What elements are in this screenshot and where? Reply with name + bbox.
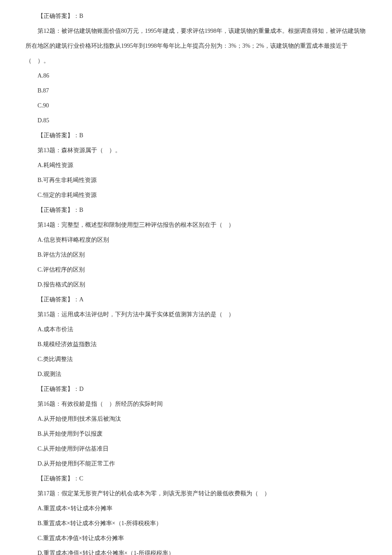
option-line: B.重置成本×转让成本分摊率×（1-所得税税率） <box>26 516 366 531</box>
question-line: 第12题：被评估建筑物账面价值80万元，1995年建成，要求评估1998年，该建… <box>26 23 366 68</box>
option-line: B.87 <box>26 83 366 98</box>
option-line: C.重置成本净值×转让成本分摊率 <box>26 531 366 546</box>
question-line: 第15题：运用成本法评估时，下列方法中属于实体贬值测算方法的是（ ） <box>26 307 366 322</box>
question-line: 第13题：森林资源属于（ ）。 <box>26 143 366 158</box>
answer-line: 【正确答案】：A <box>26 292 366 307</box>
answer-line: 【正确答案】：B <box>26 202 366 217</box>
option-line: C.类比调整法 <box>26 352 366 367</box>
question-text: 第12题：被评估建筑物账面价值80万元，1995年建成，要求评估1998年，该建… <box>26 28 366 64</box>
question-line: 第14题：完整型，概述型和限制使用型三种评估报告的根本区别在于（ ） <box>26 217 366 232</box>
option-line: A.成本市价法 <box>26 322 366 337</box>
option-line: D.观测法 <box>26 367 366 382</box>
document-content: 【正确答案】：B 第12题：被评估建筑物账面价值80万元，1995年建成，要求评… <box>26 9 366 555</box>
option-line: B.可再生非耗竭性资源 <box>26 173 366 188</box>
option-line: B.规模经济效益指数法 <box>26 337 366 352</box>
option-line: A.信息资料详略程度的区别 <box>26 232 366 247</box>
option-line: C.恒定的非耗竭性资源 <box>26 188 366 202</box>
option-line: D.重置成本净值×转让成本分摊率×（1-所得税税率） <box>26 546 366 555</box>
option-line: A.86 <box>26 68 366 83</box>
option-line: C.90 <box>26 98 366 113</box>
answer-line: 【正确答案】：D <box>26 382 366 396</box>
question-line: 第17题：假定某无形资产转让的机会成本为零，则该无形资产转让的最低收费额为（ ） <box>26 486 366 501</box>
option-line: B.评估方法的区别 <box>26 247 366 262</box>
option-line: D.85 <box>26 113 366 128</box>
option-line: D.报告格式的区别 <box>26 277 366 292</box>
answer-line: 【正确答案】：B <box>26 9 366 23</box>
option-line: A.从开始使用到技术落后被淘汰 <box>26 411 366 426</box>
answer-line: 【正确答案】：C <box>26 471 366 486</box>
option-line: C.评估程序的区别 <box>26 262 366 277</box>
option-line: D.从开始使用到不能正常工作 <box>26 456 366 471</box>
option-line: C.从开始使用到评估基准日 <box>26 441 366 456</box>
option-line: A.耗竭性资源 <box>26 158 366 173</box>
question-line: 第16题：有效役龄是指（ ）所经历的实际时间 <box>26 396 366 411</box>
option-line: B.从开始使用到予以报废 <box>26 426 366 441</box>
option-line: A.重置成本×转让成本分摊率 <box>26 501 366 516</box>
answer-line: 【正确答案】：B <box>26 128 366 143</box>
